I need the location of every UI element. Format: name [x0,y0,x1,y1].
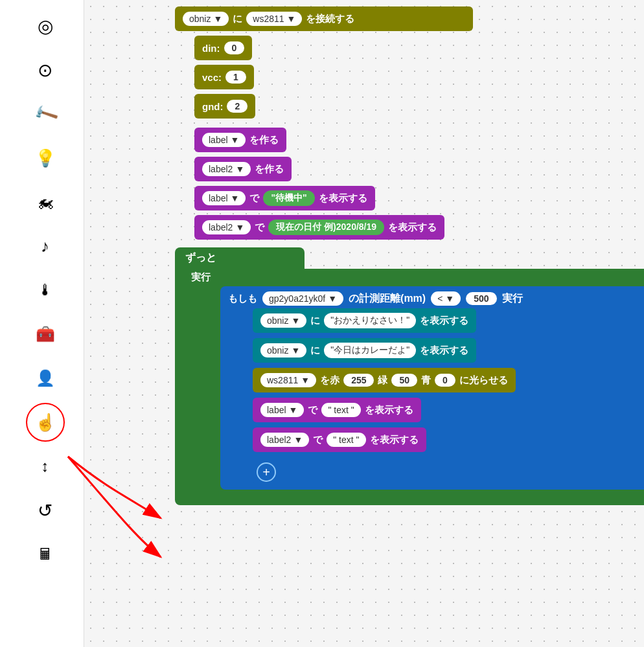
sensor-name: gp2y0a21yk0f [269,293,325,304]
obniz-greet-dropdown[interactable]: obniz ▼ [260,313,306,328]
add-block-button[interactable]: + [257,462,276,482]
calculator-icon[interactable]: 🖩 [26,535,65,574]
motorcycle-icon[interactable]: 🏍 [26,183,65,221]
obniz-greet-row: obniz ▼ に "おかえりなさい！" を表示する [253,308,644,335]
ws2811-light-row: ws2811 ▼ を赤 255 緑 50 青 0 に光らせる [253,368,644,395]
din-value[interactable]: 0 [224,41,245,54]
connect-suffix: を接続する [306,13,354,25]
label-display-block[interactable]: label ▼ で "待機中" を表示する [194,186,375,210]
forever-footer [175,492,644,505]
label-display-row: label ▼ で "待機中" を表示する [194,186,644,213]
sensor-dropdown[interactable]: gp2y0a21yk0f ▼ [262,291,343,306]
ws2811-connect-row: obniz ▼ に ws2811 ▼ を接続する [175,6,644,34]
obniz-greet-value[interactable]: "おかえりなさい！" [324,313,416,328]
obniz-dropdown[interactable]: obniz ▼ [183,12,229,26]
label2-create-block[interactable]: label2 ▼ を作る [194,157,292,181]
label2-disp-arrow: ▼ [235,222,244,233]
pointer-icon[interactable]: ☝ [26,403,65,442]
label-create-block[interactable]: label ▼ を作る [194,128,286,152]
label-dropdown[interactable]: label ▼ [202,133,246,147]
toolbox-icon[interactable]: 🧰 [26,315,65,354]
label2-arrow: ▼ [235,164,244,174]
green-label: 緑 [378,374,387,387]
label-text-arrow: ▼ [289,405,298,415]
ws2811-light-label: ws2811 [267,375,298,385]
arrows-icon[interactable]: ↕ [26,447,65,486]
vcc-block[interactable]: vcc: 1 [194,65,254,89]
if-header: もしも gp2y0a21yk0f ▼ の計測距離(mm) < ▼ 500 実行 [220,289,644,308]
if-block[interactable]: もしも gp2y0a21yk0f ▼ の計測距離(mm) < ▼ 500 実行 [220,286,644,490]
lightbulb-icon[interactable]: 💡 [26,139,65,177]
forever-container: ずっと 実行 もしも gp2y0a21yk0f ▼ の計測 [175,247,644,505]
label-text-name: label [267,405,286,415]
gnd-value[interactable]: 2 [227,100,247,113]
label2-disp-dropdown[interactable]: label2 ▼ [202,220,251,234]
obniz-greet-block[interactable]: obniz ▼ に "おかえりなさい！" を表示する [253,308,476,333]
obniz-label: obniz [189,14,211,24]
obniz-food-dropdown[interactable]: obniz ▼ [260,343,306,358]
ws2811-label: ws2811 [253,14,284,24]
forever-body: 実行 もしも gp2y0a21yk0f ▼ の計測距離(mm) < [175,269,644,492]
label2-display-block[interactable]: label2 ▼ で 現在の日付 例)2020/8/19 を表示する [194,215,444,240]
obniz-greet-label: obniz [267,315,288,326]
label2-text-dropdown[interactable]: label2 ▼ [260,433,309,447]
target-icon[interactable]: ◎ [26,6,65,45]
thermometer-icon[interactable]: 🌡 [26,271,65,310]
label2-disp-middle: で [255,221,264,234]
sensor-arrow: ▼ [328,293,337,304]
red-value[interactable]: 255 [343,374,374,387]
label2-text-block[interactable]: label2 ▼ で " text " を表示する [253,427,426,452]
add-btn-container: + [253,460,644,484]
ws2811-connect-block[interactable]: obniz ▼ に ws2811 ▼ を接続する [175,6,473,31]
gnd-label: gnd: [202,101,223,112]
label2-disp-value[interactable]: 現在の日付 例)2020/8/19 [268,220,384,235]
label-disp-arrow: ▼ [231,193,240,203]
threshold-value[interactable]: 500 [466,292,496,305]
ws2811-light-block[interactable]: ws2811 ▼ を赤 255 緑 50 青 0 に光らせる [253,368,516,392]
label-text-block[interactable]: label ▼ で " text " を表示する [253,398,421,422]
label2-text-value[interactable]: " text " [327,433,365,447]
obniz-food-block[interactable]: obniz ▼ に "今日はカレーだよ" を表示する [253,338,476,363]
obniz-greet-suffix: を表示する [420,315,468,327]
exec-row: 実行 [188,271,644,284]
label-text-middle: で [308,404,317,416]
label-disp-value[interactable]: "待機中" [263,190,314,206]
label2-disp-name: label2 [209,222,233,233]
label-disp-dropdown[interactable]: label ▼ [202,191,246,205]
ws2811-light-dropdown[interactable]: ws2811 ▼ [260,373,316,387]
obniz-food-middle: に [310,345,320,357]
ws2811-dropdown[interactable]: ws2811 ▼ [246,12,302,26]
label2-text-arrow: ▼ [293,435,303,445]
vcc-row: vcc: 1 [194,65,644,92]
obniz-arrow: ▼ [213,14,222,24]
person-gear-icon[interactable]: 👤 [26,359,65,398]
hammer-icon[interactable]: 🔨 [19,87,72,141]
gnd-block[interactable]: gnd: 2 [194,94,255,119]
music-icon[interactable]: ♪ [26,227,65,266]
label-disp-middle: で [249,192,259,205]
vcc-value[interactable]: 1 [225,71,246,84]
circle-icon[interactable]: ⊙ [26,51,65,89]
label2-dropdown[interactable]: label2 ▼ [202,162,251,176]
din-block[interactable]: din: 0 [194,36,252,60]
obniz-greet-middle: に [310,315,320,327]
green-value[interactable]: 50 [391,374,417,387]
forever-header-block[interactable]: ずっと [175,247,305,269]
label-text-dropdown[interactable]: label ▼ [260,403,304,417]
label2-text-middle: で [313,434,323,446]
obniz-food-row: obniz ▼ に "今日はカレーだよ" を表示する [253,338,644,365]
if-label: もしも [228,293,257,305]
ws2811-arrow: ▼ [287,14,296,24]
label2-disp-suffix: を表示する [388,221,437,234]
label-text-value[interactable]: " text " [321,403,360,417]
label-disp-suffix: を表示する [319,192,367,205]
obniz-food-value[interactable]: "今日はカレーだよ" [324,343,416,358]
obniz-food-suffix: を表示する [420,345,468,357]
obniz-greet-arrow: ▼ [291,315,300,326]
blue-value[interactable]: 0 [435,374,455,387]
undo-icon[interactable]: ↺ [26,491,65,530]
label-create-suffix: を作る [249,134,279,146]
exec-label: 実行 [191,271,211,284]
light-suffix: に光らせる [459,374,508,387]
compare-dropdown[interactable]: < ▼ [431,291,461,306]
